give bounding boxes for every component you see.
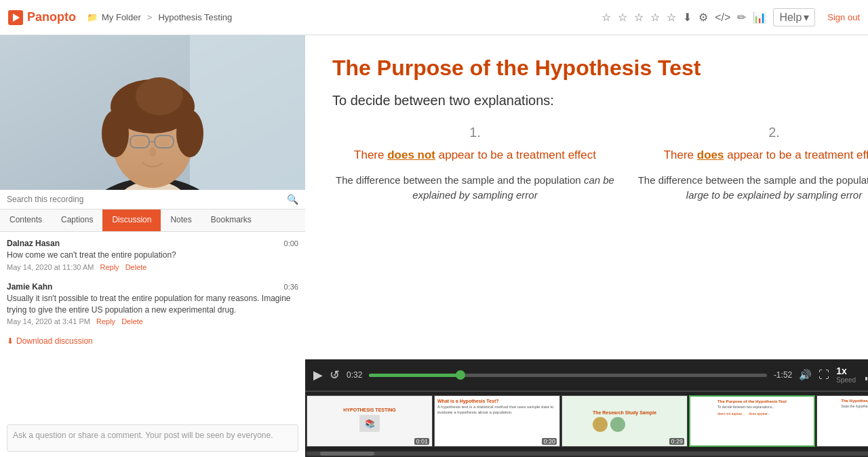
settings-icon[interactable]: ⚙ xyxy=(698,11,708,24)
logo-icon xyxy=(8,10,23,25)
slide-col-2-post: appear to be a treatment effect xyxy=(724,148,868,161)
thumbnail-5[interactable]: The Hypothesis Test: Step 1 State the hy… xyxy=(816,395,868,447)
signout-button[interactable]: Sign out xyxy=(827,12,860,22)
help-button[interactable]: Help ▾ xyxy=(773,8,815,26)
comment-1-time: 0:00 xyxy=(284,239,298,247)
replay-button[interactable]: ↺ 5 xyxy=(330,367,340,382)
progress-handle[interactable] xyxy=(456,370,465,380)
nav-bookmarks[interactable]: Bookmarks xyxy=(201,210,261,231)
comment-2-text: Usually it isn't possible to treat the e… xyxy=(7,293,298,316)
star-4-icon[interactable]: ☆ xyxy=(650,11,660,24)
analytics-icon[interactable]: 📊 xyxy=(753,11,766,24)
comment-1-header: Dalnaz Hasan 0:00 xyxy=(7,239,298,248)
svg-point-9 xyxy=(102,110,129,157)
help-chevron-icon: ▾ xyxy=(804,11,809,24)
nav-captions[interactable]: Captions xyxy=(52,210,102,231)
download-icon[interactable]: ⬇ xyxy=(683,11,692,24)
nav-contents[interactable]: Contents xyxy=(0,210,52,231)
breadcrumb: 📁 My Folder > Hypothesis Testing xyxy=(87,12,232,22)
svg-marker-0 xyxy=(13,14,20,22)
fullscreen-icon[interactable]: ⛶ xyxy=(818,369,829,381)
comment-1-reply[interactable]: Reply xyxy=(100,263,119,271)
time-current: 0:32 xyxy=(347,370,362,380)
comment-1-delete[interactable]: Delete xyxy=(125,263,147,271)
slide-col-1-body: The difference between the sample and th… xyxy=(332,173,618,203)
download-discussion-link[interactable]: ⬇ Download discussion xyxy=(7,336,298,346)
speaker-video xyxy=(0,35,305,190)
discussion-panel[interactable]: Dalnaz Hasan 0:00 How come we can't trea… xyxy=(0,232,305,419)
search-icon[interactable]: 🔍 xyxy=(287,194,298,205)
breadcrumb-current: Hypothesis Testing xyxy=(158,12,232,22)
thumb-3-content: The Research Study Sample xyxy=(562,396,687,446)
breadcrumb-folder[interactable]: My Folder xyxy=(102,12,141,22)
nav-discussion[interactable]: Discussion xyxy=(102,210,161,231)
slide-col-1-pre: There xyxy=(354,148,387,161)
star-3-icon[interactable]: ☆ xyxy=(634,11,644,24)
thumb-5-content: The Hypothesis Test: Step 1 State the hy… xyxy=(817,396,868,446)
comment-1-text: How come we can't treat the entire popul… xyxy=(7,250,298,261)
search-input[interactable] xyxy=(7,195,287,204)
thumbnail-4[interactable]: The Purpose of the Hypothesis Test To de… xyxy=(689,395,815,447)
speaker-svg xyxy=(0,35,305,190)
svg-point-15 xyxy=(134,138,145,146)
main-layout: 🔍 Contents Captions Discussion Notes Boo… xyxy=(0,35,868,457)
left-panel: 🔍 Contents Captions Discussion Notes Boo… xyxy=(0,35,305,457)
thumb-2-content: What is a Hypothesis Test? A hypothesis … xyxy=(435,396,559,446)
thumb-4-content: The Purpose of the Hypothesis Test To de… xyxy=(690,397,814,445)
share-icon[interactable]: </> xyxy=(715,12,730,24)
star-1-icon[interactable]: ☆ xyxy=(601,11,611,24)
slide-columns: 1. There does not appear to be a treatme… xyxy=(332,125,868,339)
comment-2-delete[interactable]: Delete xyxy=(121,317,143,325)
star-5-icon[interactable]: ☆ xyxy=(667,11,676,24)
thumb-1-content: HYPOTHESIS TESTING 📚 xyxy=(307,396,432,446)
logo-text: Panopto xyxy=(27,10,76,24)
slide-col-2: 2. There does appear to be a treatment e… xyxy=(631,125,868,339)
thumbnail-3[interactable]: The Research Study Sample 0:29 xyxy=(561,395,688,447)
comment-2-header: Jamie Kahn 0:36 xyxy=(7,282,298,292)
star-2-icon[interactable]: ☆ xyxy=(618,11,627,24)
nav-notes[interactable]: Notes xyxy=(161,210,201,231)
right-panel: The Purpose of the Hypothesis Test To de… xyxy=(305,35,868,457)
slide-col-2-number: 2. xyxy=(768,125,780,140)
bottom-scrollbar[interactable] xyxy=(305,450,868,457)
topbar: Panopto 📁 My Folder > Hypothesis Testing… xyxy=(0,0,868,35)
slide-col-1-post: appear to be a treatment effect xyxy=(435,148,596,161)
video-controls: ▶ ↺ 5 0:32 -1:52 🔊 ⛶ 1x Speed xyxy=(305,359,868,391)
slide-col-1-heading: There does not appear to be a treatment … xyxy=(354,147,596,163)
comment-2-time: 0:36 xyxy=(284,283,298,291)
play-button[interactable]: ▶ xyxy=(313,367,323,382)
svg-point-16 xyxy=(159,138,170,146)
edit-icon[interactable]: ✏ xyxy=(737,11,746,24)
speaker-video-area xyxy=(0,35,305,190)
volume-icon[interactable]: 🔊 xyxy=(799,369,812,381)
progress-bar[interactable] xyxy=(369,374,767,377)
breadcrumb-sep: > xyxy=(147,12,153,22)
thumbnail-2[interactable]: What is a Hypothesis Test? A hypothesis … xyxy=(434,395,560,447)
comment-2-date: May 14, 2020 at 3:41 PM xyxy=(7,317,90,325)
slide-title: The Purpose of the Hypothesis Test xyxy=(332,56,868,81)
comment-input-area[interactable]: Ask a question or share a comment. Your … xyxy=(7,424,298,452)
svg-point-11 xyxy=(136,77,183,115)
comment-2-reply[interactable]: Reply xyxy=(96,317,115,325)
thumb-2-time: 0:20 xyxy=(542,438,557,445)
search-bar: 🔍 xyxy=(0,190,305,210)
svg-point-17 xyxy=(149,147,156,157)
progress-filled xyxy=(369,374,460,377)
slide-content: The Purpose of the Hypothesis Test To de… xyxy=(305,35,868,359)
download-discussion-icon: ⬇ xyxy=(7,336,14,346)
scroll-thumb[interactable] xyxy=(320,452,374,456)
comment-1-author: Dalnaz Hasan xyxy=(7,239,60,248)
speed-control[interactable]: 1x Speed xyxy=(836,365,856,384)
comment-1-date: May 14, 2020 at 11:30 AM xyxy=(7,263,94,271)
comment-1-meta: May 14, 2020 at 11:30 AM Reply Delete xyxy=(7,263,298,271)
thumbnail-1[interactable]: HYPOTHESIS TESTING 📚 0:01 xyxy=(307,395,433,447)
comment-2: Jamie Kahn 0:36 Usually it isn't possibl… xyxy=(7,282,298,326)
quality-control[interactable]: Quality xyxy=(865,370,868,380)
volume-area[interactable]: 🔊 xyxy=(799,369,812,381)
toolbar-icons: ☆ ☆ ☆ ☆ ☆ ⬇ ⚙ </> ✏ 📊 Help ▾ Sign out xyxy=(601,8,860,26)
scroll-track[interactable] xyxy=(307,452,868,456)
panopto-logo[interactable]: Panopto xyxy=(8,10,76,25)
slide-col-2-heading: There does appear to be a treatment effe… xyxy=(664,147,868,163)
svg-rect-3 xyxy=(190,35,305,190)
slide-col-1-underline: does not xyxy=(387,148,435,161)
